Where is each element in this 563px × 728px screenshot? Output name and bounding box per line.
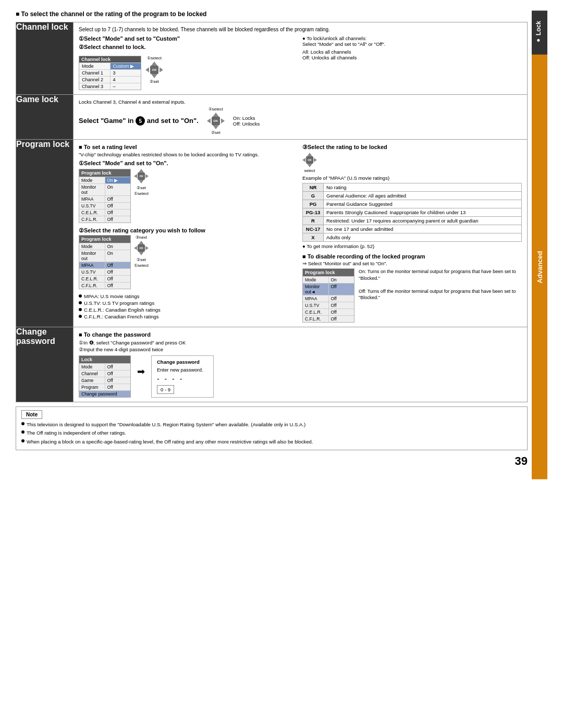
channel-lock-row: Channel lock Select up to 7 (1-7) channe… — [16, 22, 528, 95]
channel-lock-ui-row-3: Channel 3 – — [79, 83, 141, 90]
lock-unlock-note: ● To lock/unlock all channels: — [302, 35, 522, 41]
prog-row-2: MPAA Off — [79, 195, 130, 202]
rating-desc-G: General Audience: All ages admitted — [324, 192, 522, 200]
program-lock-two-col: ■ To set a rating level "V-chip" technol… — [79, 144, 522, 323]
prog-row-3: U.S.TV Off — [79, 202, 130, 209]
on-desc: On: Turns on the monitor terminal output… — [359, 268, 522, 281]
program-lock-left: ■ To set a rating level "V-chip" technol… — [79, 144, 298, 323]
change-password-content: ■ To change the password ①In ❹, select "… — [74, 327, 528, 402]
game-off: Off: Unlocks — [233, 121, 260, 127]
pn3-mid: OK — [302, 156, 317, 164]
disable-area: Program lock Mode On Monitor out◄ Off — [302, 268, 522, 323]
lock-tab[interactable]: ● Lock — [532, 10, 547, 55]
channel-lock-ui-row-1: Channel 1 3 — [79, 69, 141, 76]
step3-label: ③Select the rating to be locked — [302, 144, 522, 151]
prog-row-5: C.F.L.R. Off — [79, 216, 130, 223]
prog-lock-ui1: Program lock Mode On ▶ Monitor out On — [79, 169, 131, 223]
game-instruction: Select "Game" in 5 and set to "On". — [79, 116, 199, 126]
program-lock-content: ■ To set a rating level "V-chip" technol… — [74, 140, 528, 327]
disable-instruction: ⇒ Select "Monitor out" and set to "On". — [302, 261, 522, 266]
bullet-1: U.S.TV: U.S TV program ratings — [79, 300, 298, 306]
pn2-mid: OK — [134, 244, 149, 252]
rating-desc-PG13: Parents Strongly Cautioned: Inappropriat… — [324, 208, 522, 217]
pn2-ok[interactable]: OK — [138, 244, 145, 252]
rating-row-PG13: PG-13 Parents Strongly Cautioned: Inappr… — [303, 208, 522, 217]
pn3-right — [314, 158, 317, 162]
prog-nav2-pad: OK — [134, 241, 149, 255]
nav-down-icon — [151, 74, 157, 78]
pn1-right — [145, 174, 149, 178]
game-nav-right — [221, 118, 225, 124]
header-title: ■ To select the channel or the rating of… — [16, 10, 206, 18]
prog-lock-ui3: Program lock Mode On Monitor out◄ Off — [302, 268, 354, 323]
program-lock-row: Program lock ■ To set a rating level "V-… — [16, 140, 528, 327]
bullet-dot-1 — [79, 301, 82, 304]
nav-up-icon — [151, 61, 157, 66]
advanced-tab[interactable]: Advanced — [532, 55, 547, 479]
prog-nav3-pad: OK — [302, 153, 317, 167]
lock-row-4: Change password — [79, 390, 130, 397]
note-section: Note This television is designed to supp… — [16, 406, 528, 450]
program-step1-area: Program lock Mode On ▶ Monitor out On — [79, 169, 298, 223]
note-2: When placing a block on a specific-age-b… — [21, 438, 522, 446]
channel-lock-right: ● To lock/unlock all channels: Select "M… — [302, 35, 522, 90]
change-password-area: Lock Mode Off Channel Off Game — [79, 355, 522, 398]
prog2-row-3: U.S.TV Off — [79, 268, 130, 275]
game-nav-down — [213, 125, 219, 129]
change-password-box-title: Change password — [157, 359, 208, 365]
prog-row-4: C.E.L.R. Off — [79, 209, 130, 216]
game-lock-content: Locks Channel 3, Channel 4 and external … — [74, 95, 528, 140]
page-number: 39 — [16, 454, 528, 468]
change-password-row: Change password ■ To change the password… — [16, 327, 528, 402]
channel-lock-ui-row-0: Mode Custom ▶ — [79, 63, 141, 69]
rating-code-G: G — [303, 192, 324, 200]
rating-row-NR: NR No rating — [303, 183, 522, 192]
rating-table: NR No rating G General Audience: All age… — [302, 183, 522, 242]
program-step2: ②Select the rating category you wish to … — [79, 227, 298, 234]
main-table: Channel lock Select up to 7 (1-7) channe… — [16, 22, 528, 402]
prog-lock-ui1-header: Program lock — [79, 169, 130, 177]
bullet-dot-0 — [79, 294, 82, 298]
lock-row-3: Program Off — [79, 384, 130, 390]
channel-lock-intro: Select up to 7 (1-7) channels to be bloc… — [79, 27, 522, 32]
disable-recording-header: ■ To disable recording of the locked pro… — [302, 253, 522, 260]
pn2-down — [139, 252, 144, 255]
pn3-ok[interactable]: OK — [306, 156, 313, 164]
rating-row-NC17: NC-17 No one 17 and under admitted — [303, 225, 522, 233]
program-step2-area: Program lock Mode On Monitor out On — [79, 235, 298, 289]
game-lock-inner: Select "Game" in 5 and set to "On". ①sel… — [79, 107, 522, 135]
note-0: This television is designed to support t… — [21, 421, 522, 428]
pn2-up — [139, 241, 144, 244]
pn1-down — [139, 180, 144, 183]
prog-nav2: ③next OK — [134, 235, 149, 268]
change-password-box-digits: 0 - 9 — [157, 385, 174, 394]
nav-left-icon — [145, 67, 149, 72]
prog-lock-ui2: Program lock Mode On Monitor out On — [79, 235, 131, 289]
game-ok-btn[interactable]: OK — [212, 117, 220, 125]
lock-table: Lock Mode Off Channel Off Game — [79, 355, 131, 398]
game-lock-row: Game lock Locks Channel 3, Channel 4 and… — [16, 95, 528, 140]
nav-pad-channel: OK — [145, 61, 163, 78]
program-lock-label: Program lock — [16, 140, 74, 327]
ok-btn[interactable]: OK — [150, 66, 158, 74]
note-dot-1 — [21, 430, 25, 434]
rating-desc-NR: No rating — [324, 183, 522, 192]
prog2-row-4: C.E.L.R. Off — [79, 275, 130, 282]
channel-step2: ②Select channel to lock. — [79, 44, 298, 51]
pn1-mid: OK — [134, 172, 149, 180]
change-password-box-display: - - - - — [157, 375, 208, 383]
rating-code-PG13: PG-13 — [303, 208, 324, 217]
pn2-right — [145, 246, 149, 250]
pn1-ok[interactable]: OK — [138, 172, 145, 180]
channel-lock-ui: Channel lock Mode Custom ▶ Channel 1 3 — [79, 56, 141, 90]
lock-table-header: Lock — [79, 356, 130, 363]
game-nav-pad: OK — [207, 113, 225, 129]
game-lock-intro: Locks Channel 3, Channel 4 and external … — [79, 99, 522, 105]
off-note: Off: Unlocks all channels — [302, 55, 522, 60]
to-change-header: ■ To change the password — [79, 331, 522, 338]
more-info: ● To get more information (p. 52) — [302, 243, 522, 249]
bullet-dot-2 — [79, 308, 82, 311]
rating-code-X: X — [303, 233, 324, 242]
lock-row-1: Channel Off — [79, 370, 130, 377]
lock-unlock-detail: Select "Mode" and set to "All" or "Off". — [302, 41, 522, 47]
